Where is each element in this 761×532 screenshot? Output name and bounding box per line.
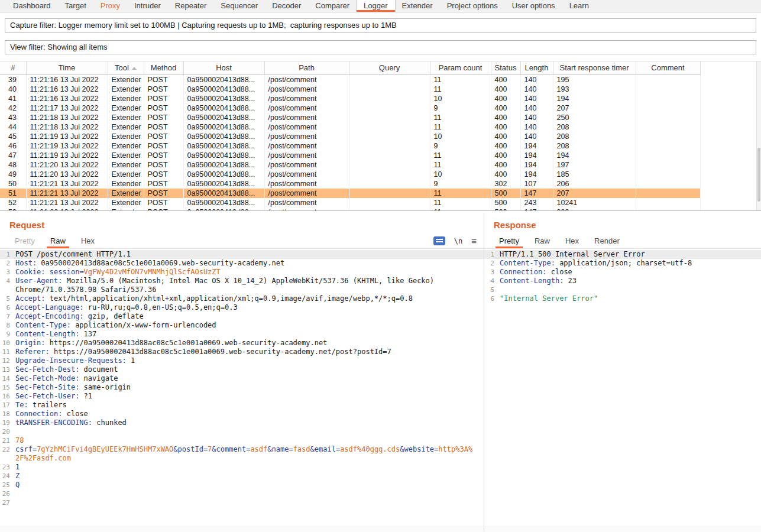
pretty-print-icon[interactable]	[433, 236, 445, 245]
log-cell: /post/comment	[264, 94, 349, 103]
line-number: 2	[484, 259, 500, 268]
log-row-45[interactable]: 4511:21:19 13 Jul 2022ExtenderPOST0a9500…	[0, 132, 700, 141]
line-content: csrf=7gYzhMCiFvi4gBEyUEEk7HmHSHM7xWAO&po…	[15, 445, 484, 463]
main-tab-logger[interactable]: Logger	[357, 0, 394, 12]
log-cell: Extender	[108, 74, 144, 85]
log-cell	[349, 160, 430, 170]
response-tab-raw[interactable]: Raw	[527, 234, 558, 248]
line-number: 12	[0, 356, 15, 365]
log-cell: 206	[553, 179, 636, 189]
request-horizontal-scrollbar[interactable]	[0, 527, 484, 532]
log-cell	[636, 132, 700, 141]
log-cell: 11:21:20 13 Jul 2022	[26, 170, 108, 179]
main-tab-extender[interactable]: Extender	[395, 0, 440, 12]
column-header-status[interactable]: Status	[491, 61, 520, 74]
main-tab-decoder[interactable]: Decoder	[265, 0, 308, 12]
log-row-40[interactable]: 4011:21:16 13 Jul 2022ExtenderPOST0a9500…	[0, 85, 700, 94]
log-cell: 11	[430, 74, 491, 85]
log-row-52[interactable]: 5211:21:21 13 Jul 2022ExtenderPOST0a9500…	[0, 198, 700, 207]
line-content: Upgrade-Insecure-Requests: 1	[15, 356, 484, 365]
log-row-51[interactable]: 5111:21:21 13 Jul 2022ExtenderPOST0a9500…	[0, 189, 700, 198]
response-tab-render[interactable]: Render	[587, 234, 627, 248]
response-editor[interactable]: 1HTTP/1.1 500 Internal Server Error2Cont…	[484, 249, 761, 527]
column-header-time[interactable]: Time	[26, 61, 108, 74]
line-number: 14	[0, 374, 15, 383]
line-content: Sec-Fetch-Dest: document	[15, 365, 484, 374]
main-tab-intruder[interactable]: Intruder	[127, 0, 168, 12]
response-tab-pretty[interactable]: Pretty	[491, 234, 527, 248]
main-tab-user-options[interactable]: User options	[505, 0, 562, 12]
column-header-[interactable]: #	[0, 61, 26, 74]
main-tab-sequencer[interactable]: Sequencer	[213, 0, 265, 12]
log-row-47[interactable]: 4711:21:19 13 Jul 2022ExtenderPOST0a9500…	[0, 151, 700, 160]
scrollbar-thumb[interactable]	[757, 148, 760, 202]
main-tab-comparer[interactable]: Comparer	[308, 0, 357, 12]
newline-toggle-icon[interactable]: \n	[454, 237, 462, 245]
line-content: Origin: https://0a9500020413d88ac08c5c1e…	[15, 339, 484, 348]
line-content: Cookie: session=VgFWy4D2vMfON7vMNMhjQlSc…	[15, 268, 484, 277]
editor-line: 13Sec-Fetch-Dest: document	[0, 365, 484, 374]
main-tab-dashboard[interactable]: Dashboard	[6, 0, 58, 12]
capture-filter-bar[interactable]: Capture filter: Logger memory limit set …	[5, 18, 756, 33]
log-cell: Extender	[108, 103, 144, 113]
line-content: Connection: close	[15, 410, 484, 419]
column-header-tool[interactable]: Tool	[108, 61, 144, 74]
editor-line: 8Content-Type: application/x-www-form-ur…	[0, 321, 484, 330]
request-tab-pretty[interactable]: Pretty	[7, 234, 43, 248]
response-tab-hex[interactable]: Hex	[558, 234, 587, 248]
log-cell: 48	[0, 160, 26, 170]
log-cell: POST	[144, 170, 183, 179]
log-cell: 0a9500020413d88...	[183, 179, 264, 189]
column-header-method[interactable]: Method	[144, 61, 183, 74]
log-row-46[interactable]: 4611:21:19 13 Jul 2022ExtenderPOST0a9500…	[0, 141, 700, 151]
log-row-44[interactable]: 4411:21:18 13 Jul 2022ExtenderPOST0a9500…	[0, 122, 700, 132]
request-title: Request	[0, 213, 484, 233]
column-header-host[interactable]: Host	[183, 61, 264, 74]
editor-menu-icon[interactable]: ≡	[471, 237, 477, 245]
column-header-query[interactable]: Query	[349, 61, 430, 74]
main-tab-target[interactable]: Target	[58, 0, 93, 12]
log-row-50[interactable]: 5011:21:21 13 Jul 2022ExtenderPOST0a9500…	[0, 179, 700, 189]
log-cell: POST	[144, 103, 183, 113]
log-row-42[interactable]: 4211:21:17 13 Jul 2022ExtenderPOST0a9500…	[0, 103, 700, 113]
log-cell: POST	[144, 179, 183, 189]
column-header-start-response-timer[interactable]: Start response timer	[553, 61, 636, 74]
log-row-43[interactable]: 4311:21:18 13 Jul 2022ExtenderPOST0a9500…	[0, 113, 700, 122]
log-cell: POST	[144, 132, 183, 141]
log-cell: 39	[0, 74, 26, 85]
log-cell: 0a9500020413d88...	[183, 132, 264, 141]
editor-line: 6"Internal Server Error"	[484, 294, 761, 303]
log-row-53[interactable]: 5311:21:22 13 Jul 2022ExtenderPOST0a9500…	[0, 207, 700, 211]
log-cell: 11:21:16 13 Jul 2022	[26, 85, 108, 94]
line-content: Z	[15, 472, 484, 481]
line-number: 1	[0, 250, 15, 259]
log-cell: 50	[0, 179, 26, 189]
log-row-41[interactable]: 4111:21:16 13 Jul 2022ExtenderPOST0a9500…	[0, 94, 700, 103]
column-header-path[interactable]: Path	[264, 61, 349, 74]
log-cell: Extender	[108, 160, 144, 170]
request-editor[interactable]: 1POST /post/comment HTTP/1.12Host: 0a950…	[0, 249, 484, 527]
log-row-39[interactable]: 3911:21:16 13 Jul 2022ExtenderPOST0a9500…	[0, 74, 700, 85]
request-tab-raw[interactable]: Raw	[43, 234, 73, 248]
main-tab-learn[interactable]: Learn	[562, 0, 596, 12]
log-cell: /post/comment	[264, 74, 349, 85]
log-cell: 42	[0, 103, 26, 113]
main-tab-repeater[interactable]: Repeater	[168, 0, 213, 12]
editor-line: 17Te: trailers	[0, 401, 484, 410]
log-cell: 41	[0, 94, 26, 103]
view-filter-bar[interactable]: View filter: Showing all items	[5, 40, 756, 54]
main-tab-proxy[interactable]: Proxy	[93, 0, 127, 12]
log-row-49[interactable]: 4911:21:20 13 Jul 2022ExtenderPOST0a9500…	[0, 170, 700, 179]
log-cell: 0a9500020413d88...	[183, 74, 264, 85]
editor-line: 24Z	[0, 472, 484, 481]
response-horizontal-scrollbar[interactable]	[484, 527, 761, 532]
log-row-48[interactable]: 4811:21:20 13 Jul 2022ExtenderPOST0a9500…	[0, 160, 700, 170]
column-header-param-count[interactable]: Param count	[430, 61, 491, 74]
table-vertical-scrollbar[interactable]	[756, 61, 761, 210]
column-header-length[interactable]: Length	[520, 61, 553, 74]
log-cell	[349, 179, 430, 189]
request-tab-hex[interactable]: Hex	[73, 234, 102, 248]
column-header-comment[interactable]: Comment	[636, 61, 700, 74]
main-tab-project-options[interactable]: Project options	[440, 0, 505, 12]
log-cell: 208	[553, 141, 636, 151]
